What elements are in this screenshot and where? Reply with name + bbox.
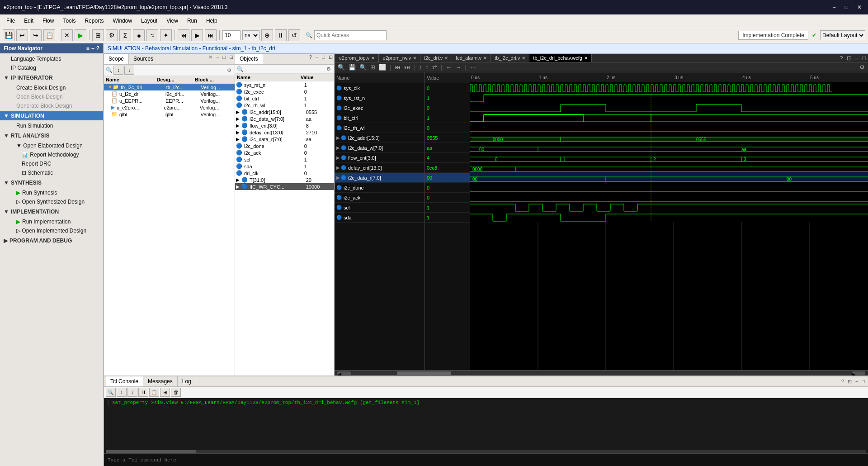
wave-float-btn[interactable]: ⊡: [845, 54, 853, 62]
nav-item-run-impl[interactable]: ▶Run Implementation: [0, 217, 103, 226]
wave-min-btn[interactable]: −: [854, 54, 860, 62]
time-apply-btn[interactable]: ⊕: [261, 29, 273, 41]
menu-run[interactable]: Run: [183, 16, 202, 26]
menu-help[interactable]: Help: [202, 16, 222, 26]
menu-file[interactable]: File: [2, 16, 19, 26]
wave-max-btn[interactable]: □: [861, 54, 867, 62]
nav-header-ip-integrator[interactable]: ▼ IP INTEGRATOR: [0, 73, 103, 82]
objects-settings-icon[interactable]: ⚙: [325, 66, 332, 72]
tcl-min-btn[interactable]: −: [854, 378, 859, 385]
wave-tab-behav[interactable]: tb_i2c_dri_behav.wcfg ✕: [529, 54, 592, 62]
nav-icon-expand[interactable]: ≡: [86, 45, 90, 52]
scope-row-eepr[interactable]: 📋 u_EEPR... EEPR... Verilog...: [104, 97, 235, 104]
wave-scrollthumb[interactable]: [397, 371, 451, 375]
scope-close-btn[interactable]: ✕: [207, 54, 214, 64]
scope-row-i2c[interactable]: 📋 u_i2c_dri i2c_dri... Verilog...: [104, 90, 235, 97]
obj-row-i2c_exec[interactable]: 🔵 i2c_exec 0: [235, 88, 334, 95]
sigma-btn[interactable]: Σ: [119, 29, 131, 41]
nav-header-synthesis[interactable]: ▼ SYNTHESIS: [0, 178, 103, 187]
obj-expand-5[interactable]: ▶: [236, 109, 240, 114]
wave-zoom-out-btn[interactable]: 🔍: [358, 63, 368, 71]
tcl-pause-btn[interactable]: ⏸: [138, 388, 148, 397]
wave-sig-sda[interactable]: 🔵 sda: [335, 213, 425, 223]
tcl-tab-log[interactable]: Log: [178, 376, 196, 386]
tcl-input[interactable]: [104, 453, 868, 466]
restart-btn[interactable]: ↺: [288, 29, 300, 41]
wave-remove-btn[interactable]: →: [454, 63, 462, 71]
obj-expand-8[interactable]: ▶: [236, 130, 240, 135]
nav-item-report-drc[interactable]: Report DRC: [0, 159, 103, 168]
nav-item-schematic[interactable]: ⊡ Schematic: [0, 168, 103, 177]
obj-row-flow_cnt[interactable]: ▶ 🔵 flow_cnt[3:0] 8: [235, 122, 334, 129]
wave-last-btn[interactable]: ⏭: [403, 63, 411, 71]
pause-btn[interactable]: ⏸: [275, 29, 287, 41]
tcl-scroll-thumb[interactable]: [106, 450, 196, 453]
objects-float-btn[interactable]: ⊡: [327, 54, 334, 64]
tcl-tab-console[interactable]: Tcl Console: [106, 376, 143, 386]
nav-item-language-templates[interactable]: Language Templates: [0, 54, 103, 63]
obj-expand-6[interactable]: ▶: [236, 116, 240, 121]
menu-tools[interactable]: Tools: [58, 16, 80, 26]
obj-row-scl[interactable]: 🔵 scl 1: [235, 156, 334, 163]
wave-tab-close-4[interactable]: ✕: [483, 56, 487, 61]
scope-row-e2pro[interactable]: ▶ u_e2pro... e2pro... Verilog...: [104, 104, 235, 111]
scope-collapse-btn[interactable]: ↓: [124, 66, 134, 75]
delete-btn[interactable]: ✕: [61, 29, 73, 41]
wave-scroll-left[interactable]: ◀: [337, 371, 351, 375]
wave-sig-sys_rst_n[interactable]: 🔵 sys_rst_n: [335, 93, 425, 103]
nav-item-run-synthesis[interactable]: ▶Run Synthesis: [0, 188, 103, 197]
obj-row-i2c_done[interactable]: 🔵 i2c_done 0: [235, 143, 334, 149]
wave-tab-e2prom-top[interactable]: e2prom_top.v ✕: [335, 54, 379, 62]
wave-sig-flow_cnt[interactable]: ▶ 🔵 flow_cnt[3:0]: [335, 153, 425, 163]
nav-icon-help[interactable]: ?: [96, 45, 99, 52]
obj-row-dri_clk[interactable]: 🔵 dri_clk 0: [235, 170, 334, 176]
obj-row-i2c_data_w[interactable]: ▶ 🔵 i2c_data_w[7:0] aa: [235, 115, 334, 122]
obj-row-bit_ctrl[interactable]: 🔵 bit_ctrl 1: [235, 95, 334, 102]
wave-tab-led-alarm[interactable]: led_alarm.v ✕: [452, 54, 491, 62]
scope-min-btn[interactable]: −: [215, 54, 220, 64]
time-input[interactable]: 10: [222, 30, 241, 40]
wave-tab-close-1[interactable]: ✕: [371, 56, 375, 61]
tcl-grid-btn[interactable]: ⊞: [160, 388, 170, 397]
menu-edit[interactable]: Edit: [19, 16, 38, 26]
tcl-command-input[interactable]: [104, 454, 868, 466]
parallel-btn[interactable]: ⊞: [92, 29, 104, 41]
obj-row-i2c_data_r[interactable]: ▶ 🔵 i2c_data_r[7:0] aa: [235, 136, 334, 143]
wave-sig-sys_clk[interactable]: 🔵 sys_clk: [335, 83, 425, 93]
obj-row-sda[interactable]: 🔵 sda 1: [235, 163, 334, 170]
obj-expand-15[interactable]: ▶: [236, 177, 240, 182]
obj-row-i2c_rh_wl[interactable]: 🔵 i2c_rh_wl 1: [235, 102, 334, 109]
wave-more-btn[interactable]: ⋯: [469, 63, 477, 71]
obj-row-i2c_addr[interactable]: ▶ 🔵 i2c_addr[15:0] 0555: [235, 109, 334, 115]
scope-float-btn[interactable]: ⊡: [228, 54, 235, 64]
nav-item-generate-block-design[interactable]: Generate Block Design: [0, 101, 103, 110]
wave-tab-tb-i2c-dri[interactable]: tb_i2c_dri.v ✕: [491, 54, 529, 62]
menu-window[interactable]: Window: [108, 16, 137, 26]
nav-icon-collapse[interactable]: −: [91, 45, 94, 52]
wave-sig-i2c_rh_wl[interactable]: 🔵 i2c_rh_wl: [335, 123, 425, 133]
settings-btn[interactable]: ⚙: [106, 29, 118, 41]
wave-scrolltrack[interactable]: [352, 371, 851, 375]
wave-tab-i2c-dri[interactable]: i2c_dri.v ✕: [420, 54, 452, 62]
wave-sig-i2c_data_r[interactable]: ▶ 🔵 i2c_data_r[7:0]: [335, 173, 425, 183]
nav-item-open-elaborated[interactable]: ▼ Open Elaborated Design: [0, 141, 103, 150]
scope-row-tb[interactable]: ▼📁 tb_i2c_dri tb_i2c... Verilog...: [104, 84, 235, 90]
tcl-float-btn[interactable]: ⊡: [846, 378, 853, 385]
nav-item-run-simulation[interactable]: Run Simulation: [0, 121, 103, 130]
wave-first-btn[interactable]: ⏮: [393, 63, 402, 71]
run-btn[interactable]: ▶: [75, 29, 86, 41]
wave-sig-scl[interactable]: 🔵 scl: [335, 203, 425, 213]
nav-item-open-impl[interactable]: ▷ Open Implemented Design: [0, 226, 103, 235]
wave-tab-close-2[interactable]: ✕: [413, 56, 416, 61]
tcl-delete-btn[interactable]: 🗑: [171, 388, 181, 397]
wave-sig-i2c_addr[interactable]: ▶ 🔵 i2c_addr[15:0]: [335, 133, 425, 143]
nav-item-create-block-design[interactable]: Create Block Design: [0, 83, 103, 92]
scope-settings-icon[interactable]: ⚙: [226, 67, 233, 74]
obj-expand-16[interactable]: ▶: [236, 184, 240, 189]
wave-expand-icon-7[interactable]: ▶: [336, 145, 340, 150]
menu-flow[interactable]: Flow: [38, 16, 58, 26]
tcl-copy-btn[interactable]: 📋: [149, 388, 159, 397]
wave-zoom-in-btn[interactable]: 🔍: [336, 63, 346, 71]
wave-display[interactable]: 0 us 1 us 2 us 3 us 4 us 5 us: [470, 72, 868, 370]
wave-add-btn[interactable]: ←: [444, 63, 453, 71]
